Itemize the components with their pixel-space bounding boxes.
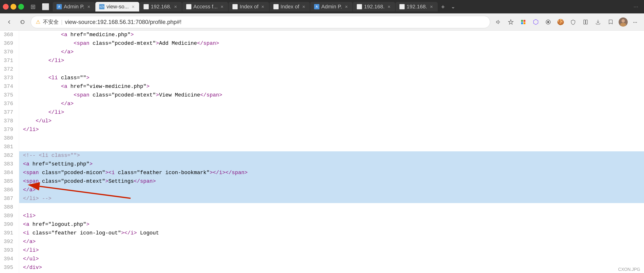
- code-line-377: 377 </li>: [0, 108, 644, 117]
- tab-close-index-1[interactable]: ✕: [260, 4, 265, 9]
- line-number: 396: [0, 272, 19, 273]
- line-content: <a href="setting.php">: [19, 160, 644, 168]
- tab-favicon-192-2: [357, 4, 362, 9]
- address-bar[interactable]: ⚠ 不安全 |: [31, 16, 490, 28]
- line-content: </a>: [19, 48, 644, 56]
- line-number: 376: [0, 100, 19, 108]
- tab-close-index-2[interactable]: ✕: [301, 4, 306, 9]
- tab-title-admin: Admin P.: [64, 4, 84, 10]
- favorites-icon[interactable]: [506, 17, 516, 27]
- ext-icon-shield[interactable]: [568, 17, 578, 27]
- refresh-button[interactable]: [17, 17, 28, 27]
- code-line-379: 379</li>: [0, 126, 644, 134]
- tab-index-2[interactable]: Index of ✕: [270, 2, 310, 12]
- tab-close-192-3[interactable]: ✕: [429, 4, 434, 9]
- line-content: <li>: [19, 212, 644, 220]
- tab-title-admin2: Admin P.: [321, 4, 342, 10]
- line-content: <span class="pcoded-mtext">Settings</spa…: [19, 177, 644, 186]
- url-input[interactable]: [65, 19, 485, 26]
- line-number: 381: [0, 143, 19, 151]
- tab-close-192-2[interactable]: ✕: [386, 4, 391, 9]
- statusbar-text: CXON.JPG: [618, 267, 640, 272]
- tabs-bar: A Admin P. ✕ </> view-so... ✕ 192.168. ✕…: [53, 2, 627, 12]
- line-number: 371: [0, 56, 19, 65]
- line-content: </li> -->: [19, 194, 644, 203]
- code-line-394: 394</ul>: [0, 255, 644, 264]
- tab-close-admin2[interactable]: ✕: [344, 4, 348, 9]
- tab-close-admin[interactable]: ✕: [86, 4, 91, 9]
- line-content: </ul>: [19, 255, 644, 264]
- line-content: [19, 134, 644, 143]
- tab-overflow-button[interactable]: ⌄: [448, 2, 458, 12]
- new-tab-button[interactable]: +: [438, 2, 448, 12]
- sidebar-toggle-icon[interactable]: ⊞: [28, 2, 38, 12]
- code-line-372: 372: [0, 65, 644, 74]
- ext-icon-purple[interactable]: ⬡: [530, 17, 541, 27]
- tab-admin-p2[interactable]: A Admin P. ✕: [310, 2, 352, 12]
- ext-icon-circle[interactable]: [543, 17, 554, 27]
- shield-svg: [570, 19, 576, 25]
- minimize-button[interactable]: [10, 4, 16, 10]
- download-svg: [595, 19, 601, 25]
- tab-close-192-1[interactable]: ✕: [173, 4, 178, 9]
- ext-icon-reader[interactable]: [580, 17, 591, 27]
- line-number: 389: [0, 212, 19, 220]
- user-avatar[interactable]: [618, 18, 628, 26]
- line-content: <a href="view-medicine.php">: [19, 82, 644, 91]
- svg-rect-7: [586, 20, 588, 24]
- minimize-window-icon[interactable]: ⋯: [630, 2, 641, 12]
- code-line-375: 375 <span class="pcoded-mtext">View Medi…: [0, 91, 644, 100]
- line-number: 369: [0, 39, 19, 48]
- line-number: 385: [0, 177, 19, 186]
- line-number: 392: [0, 238, 19, 246]
- svg-rect-0: [521, 20, 523, 22]
- code-line-386: 386</a>: [0, 186, 644, 194]
- code-line-376: 376 </a>: [0, 100, 644, 108]
- tab-view-source[interactable]: </> view-so... ✕: [95, 2, 139, 12]
- ext-icon-cookie[interactable]: 🍪: [555, 17, 566, 27]
- ext-icon-download[interactable]: [593, 17, 603, 27]
- tab-favicon-192-1: [144, 4, 149, 9]
- code-viewer: 368 <a href="medicine.php">369 <span cla…: [0, 31, 644, 273]
- tab-192-2[interactable]: 192.168. ✕: [353, 2, 395, 12]
- svg-rect-1: [524, 20, 526, 22]
- nav-icons: ⬡ 🍪: [493, 17, 640, 27]
- traffic-lights: [3, 4, 24, 10]
- line-number: 394: [0, 255, 19, 264]
- line-number: 372: [0, 65, 19, 74]
- tab-192-3[interactable]: 192.168. ✕: [396, 2, 438, 12]
- more-options-icon[interactable]: ···: [630, 17, 640, 27]
- line-content: <li class="">: [19, 74, 644, 82]
- avatar-svg: [618, 18, 628, 26]
- code-line-387: 387</li> -->: [0, 194, 644, 203]
- code-line-389: 389<li>: [0, 212, 644, 220]
- line-content: [19, 203, 644, 212]
- back-button[interactable]: [4, 17, 14, 27]
- line-number: 379: [0, 126, 19, 134]
- tab-admin-p[interactable]: A Admin P. ✕: [53, 2, 95, 12]
- code-line-368: 368 <a href="medicine.php">: [0, 31, 644, 39]
- line-content: </li>: [19, 56, 644, 65]
- read-aloud-icon[interactable]: [493, 17, 504, 27]
- ext-icon-bookmarks[interactable]: [605, 17, 616, 27]
- tab-access[interactable]: Access f... ✕: [182, 2, 228, 12]
- line-content: [19, 143, 644, 151]
- tab-close-view-source[interactable]: ✕: [130, 4, 135, 9]
- svg-rect-6: [584, 20, 585, 24]
- line-content: </nav>: [19, 272, 644, 273]
- ext-icon-grid[interactable]: [518, 17, 528, 27]
- tab-title-192-1: 192.168.: [151, 4, 171, 10]
- bookmarks-svg: [608, 19, 613, 25]
- security-warning-icon: ⚠: [36, 19, 40, 25]
- line-number: 375: [0, 91, 19, 100]
- tab-index-1[interactable]: Index of ✕: [228, 2, 269, 12]
- tab-favicon-admin: A: [56, 4, 62, 9]
- code-line-388: 388: [0, 203, 644, 212]
- tab-192-1[interactable]: 192.168. ✕: [140, 2, 182, 12]
- line-content: <a href="logout.php">: [19, 220, 644, 229]
- tab-grid-icon[interactable]: ⬜: [40, 2, 51, 12]
- maximize-button[interactable]: [18, 4, 24, 10]
- tab-close-access[interactable]: ✕: [220, 4, 224, 9]
- close-button[interactable]: [3, 4, 8, 10]
- code-line-392: 392</a>: [0, 238, 644, 246]
